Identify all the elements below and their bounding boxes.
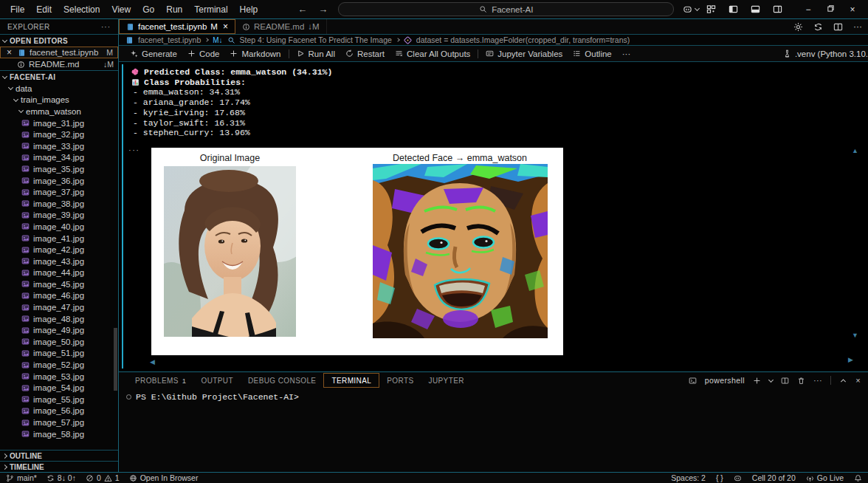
- image-file-row[interactable]: image_41.jpg: [0, 233, 118, 244]
- image-file-row[interactable]: image_47.jpg: [0, 301, 118, 313]
- image-file-row[interactable]: image_31.jpg: [0, 117, 118, 129]
- sidebar-scrollbar[interactable]: [114, 328, 117, 391]
- close-panel-icon[interactable]: ×: [855, 376, 861, 385]
- add-markdown-cell-button[interactable]: Markdown: [224, 49, 286, 58]
- trash-icon[interactable]: [797, 377, 805, 385]
- image-file-row[interactable]: image_37.jpg: [0, 186, 118, 198]
- tab-terminal[interactable]: TERMINAL: [323, 373, 379, 388]
- minimize-button[interactable]: −: [797, 4, 819, 15]
- image-file-row[interactable]: image_35.jpg: [0, 163, 118, 175]
- open-editors-header[interactable]: OPEN EDITORS: [0, 34, 118, 47]
- new-terminal-icon[interactable]: [753, 377, 761, 385]
- customize-layout-icon[interactable]: [706, 4, 716, 14]
- chevron-down-icon[interactable]: [768, 377, 774, 382]
- image-file-row[interactable]: image_38.jpg: [0, 198, 118, 210]
- menu-terminal[interactable]: Terminal: [188, 4, 233, 15]
- image-file-row[interactable]: image_50.jpg: [0, 336, 118, 348]
- scroll-right-icon[interactable]: ▶: [848, 357, 853, 363]
- image-file-row[interactable]: image_56.jpg: [0, 405, 118, 417]
- scroll-left-icon[interactable]: ◀: [150, 359, 155, 366]
- menu-selection[interactable]: Selection: [58, 4, 106, 15]
- toggle-secondary-sidebar-icon[interactable]: [773, 4, 782, 14]
- generate-button[interactable]: Generate: [125, 49, 182, 58]
- outline-section[interactable]: OUTLINE: [0, 450, 118, 461]
- clear-all-outputs-button[interactable]: Clear All Outputs: [390, 49, 475, 58]
- menu-edit[interactable]: Edit: [30, 4, 58, 15]
- breadcrumb-cell-marker[interactable]: M↓: [213, 36, 222, 44]
- close-icon[interactable]: ×: [7, 47, 14, 58]
- image-file-row[interactable]: image_43.jpg: [0, 256, 118, 267]
- breadcrumb-file[interactable]: facenet_test.ipynb: [138, 35, 201, 44]
- panel-more-button[interactable]: ···: [813, 376, 822, 385]
- workspace-root-header[interactable]: FACENET-AI: [0, 70, 118, 83]
- maximize-panel-icon[interactable]: [839, 377, 847, 385]
- open-editor-facenet[interactable]: × facenet_test.ipynb M: [0, 47, 118, 58]
- go-live-button[interactable]: Go Live: [806, 473, 844, 482]
- terminal-body[interactable]: PS E:\Github Project\Facenet-AI>: [119, 388, 868, 472]
- breadcrumb-section[interactable]: Step 4: Using Facenet To Predict The Ima…: [240, 35, 392, 44]
- image-file-row[interactable]: image_55.jpg: [0, 394, 118, 405]
- open-in-browser-button[interactable]: Open In Browser: [129, 473, 199, 482]
- focused-cell-indicator[interactable]: [122, 64, 123, 369]
- tab-jupyter[interactable]: JUPYTER: [421, 373, 471, 388]
- shell-name[interactable]: powershell: [705, 376, 745, 385]
- image-file-row[interactable]: image_36.jpg: [0, 175, 118, 187]
- breadcrumb-symbol[interactable]: dataset = datasets.ImageFolder(cropped_d…: [416, 35, 630, 44]
- restore-button[interactable]: [819, 4, 841, 15]
- notifications-bell[interactable]: [854, 474, 862, 482]
- timeline-section[interactable]: TIMELINE: [0, 461, 118, 472]
- image-file-row[interactable]: image_34.jpg: [0, 152, 118, 164]
- image-file-row[interactable]: image_53.jpg: [0, 371, 118, 383]
- kernel-picker[interactable]: .venv (Python 3.10.: [783, 49, 868, 58]
- image-file-row[interactable]: image_45.jpg: [0, 278, 118, 290]
- menu-file[interactable]: File: [4, 4, 30, 15]
- folder-data[interactable]: data: [0, 83, 118, 95]
- image-file-row[interactable]: image_39.jpg: [0, 210, 118, 222]
- back-arrow-icon[interactable]: ←: [297, 4, 307, 15]
- output-options-button[interactable]: ···: [128, 145, 140, 154]
- copilot-menu[interactable]: [683, 4, 699, 14]
- settings-gear-icon[interactable]: [793, 22, 803, 32]
- outline-button[interactable]: Outline: [568, 49, 616, 58]
- menu-run[interactable]: Run: [160, 4, 188, 15]
- indentation-status[interactable]: Spaces: 2: [671, 473, 706, 482]
- open-editor-readme[interactable]: README.md ↓M: [0, 58, 118, 70]
- tab-debug-console[interactable]: DEBUG CONSOLE: [241, 373, 323, 388]
- image-file-row[interactable]: image_44.jpg: [0, 267, 118, 279]
- image-file-row[interactable]: image_46.jpg: [0, 290, 118, 302]
- command-center-search[interactable]: Facenet-AI: [338, 2, 674, 16]
- split-terminal-icon[interactable]: [781, 377, 789, 385]
- git-branch-status[interactable]: main*: [6, 473, 37, 482]
- tab-ports[interactable]: PORTS: [379, 373, 421, 388]
- menu-go[interactable]: Go: [137, 4, 160, 15]
- image-file-row[interactable]: image_32.jpg: [0, 129, 118, 140]
- toggle-panel-icon[interactable]: [751, 4, 760, 14]
- scroll-down-icon[interactable]: ▼: [852, 332, 858, 339]
- close-window-button[interactable]: ×: [841, 4, 864, 15]
- cell-indicator-status[interactable]: Cell 20 of 20: [752, 473, 796, 482]
- image-file-row[interactable]: image_52.jpg: [0, 359, 118, 371]
- jupyter-variables-button[interactable]: Jupyter Variables: [480, 49, 568, 58]
- explorer-more-button[interactable]: ···: [101, 23, 111, 31]
- image-file-row[interactable]: image_49.jpg: [0, 324, 118, 336]
- run-all-button[interactable]: Run All: [292, 49, 340, 58]
- tab-output[interactable]: OUTPUT: [193, 373, 241, 388]
- restart-button[interactable]: Restart: [340, 49, 390, 58]
- image-file-row[interactable]: image_58.jpg: [0, 428, 118, 440]
- menu-view[interactable]: View: [106, 4, 137, 15]
- tab-readme[interactable]: README.md ↓M: [235, 19, 327, 34]
- image-file-row[interactable]: image_57.jpg: [0, 417, 118, 428]
- image-file-row[interactable]: image_54.jpg: [0, 382, 118, 394]
- problems-status[interactable]: 0 1: [86, 473, 120, 482]
- more-actions-button[interactable]: ···: [853, 21, 862, 32]
- split-editor-icon[interactable]: [833, 22, 843, 32]
- close-tab-icon[interactable]: ×: [223, 21, 228, 32]
- folder-train-images[interactable]: train_images: [0, 95, 118, 106]
- sync-changes-icon[interactable]: [813, 22, 823, 32]
- add-code-cell-button[interactable]: Code: [182, 49, 225, 58]
- image-file-row[interactable]: image_33.jpg: [0, 140, 118, 152]
- toggle-sidebar-icon[interactable]: [728, 4, 738, 14]
- copilot-status[interactable]: [734, 474, 742, 482]
- language-mode-status[interactable]: { }: [716, 473, 723, 482]
- git-sync-status[interactable]: 8↓ 0↑: [46, 473, 76, 482]
